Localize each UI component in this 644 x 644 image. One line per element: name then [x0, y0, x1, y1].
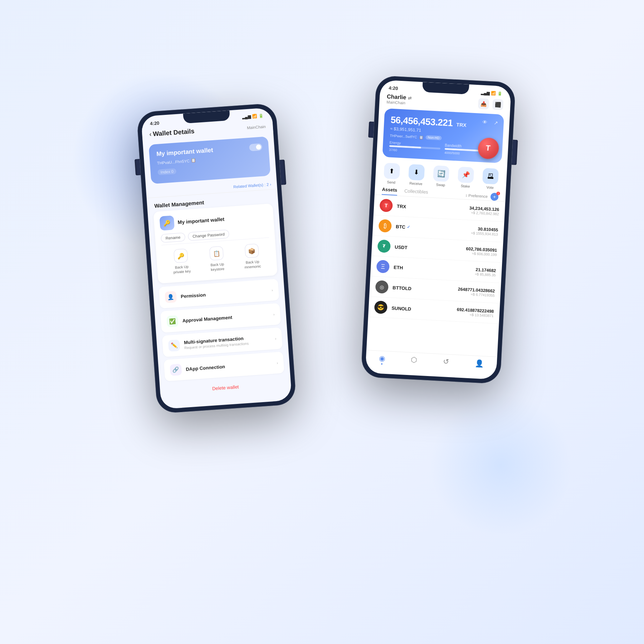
phone-right-screen: 4:20 ▂▄▆ 📶 🔋 Charlie ⇄: [365, 80, 511, 380]
nav-assets[interactable]: ◉: [379, 354, 385, 365]
approval-text: Approval Management: [182, 312, 269, 323]
eth-icon: Ξ: [376, 260, 390, 273]
private-key-icon: 🔑: [174, 249, 188, 263]
nav-profile-icon: 👤: [475, 359, 484, 368]
dapp-text: DApp Connection: [186, 360, 273, 372]
wifi-icon: 📶: [252, 114, 257, 119]
asset-list: T TRX 34,234,453.126 ≈$ 2,760,842.982 ₿ …: [366, 195, 505, 357]
rename-button[interactable]: Rename: [161, 233, 185, 243]
management-wallet-name: My important wallet: [177, 213, 268, 225]
wallet-management-icon: 🔑: [159, 215, 175, 231]
receive-icon: ⬇: [408, 164, 425, 180]
card-address-text: THPwer...5wtfYC: [390, 133, 417, 139]
tab-assets[interactable]: Assets: [382, 187, 397, 196]
add-asset-button[interactable]: + 1: [490, 192, 498, 201]
keystore-icon: 📋: [209, 246, 224, 261]
wallet-name-row: 🔑 My important wallet: [159, 209, 268, 231]
mnemonic-icon: 📦: [244, 244, 259, 258]
multisig-chevron: ›: [275, 336, 276, 340]
vote-icon: 🗳: [482, 168, 499, 184]
usdt-icon: ₮: [377, 239, 391, 253]
tab-collectibles[interactable]: Collectibles: [404, 188, 428, 197]
stake-label: Stake: [461, 184, 470, 188]
phone-left-screen: 4:20 ▂▄▆ 📶 🔋 ‹ Wallet Details MainChain: [141, 107, 292, 409]
battery-icon: 🔋: [258, 113, 264, 118]
energy-resource: Energy 37/60: [389, 141, 440, 154]
stake-icon: 📌: [458, 167, 474, 183]
dapp-label: DApp Connection: [186, 360, 273, 372]
header-icons: 📥 ⬛: [478, 98, 503, 110]
receive-action[interactable]: ⬇ Receive: [408, 164, 425, 186]
receive-header-button[interactable]: 📥: [478, 98, 489, 109]
wallet-card: My important wallet THPvaU...Fhn5YC 📋 In…: [148, 136, 270, 184]
btc-icon: ₿: [378, 219, 392, 233]
address-text: THPvaU...Fhn5YC: [157, 158, 190, 165]
approval-icon: ✅: [166, 315, 179, 327]
nav-collectibles[interactable]: ⬡: [411, 356, 418, 367]
multisig-text: Multi-signature transaction Request or p…: [184, 334, 271, 350]
btt-name: BTTOLD: [392, 285, 454, 293]
sun-values: 692.418878222498 ≈$ 13.5483871: [457, 307, 494, 318]
wallet-toggle[interactable]: [249, 143, 262, 151]
nav-collectibles-icon: ⬡: [411, 356, 417, 365]
right-time: 4:20: [389, 85, 398, 91]
mnemonic-label: Back Upmnemonic: [244, 259, 261, 269]
non-hd-badge: Non-HD: [425, 135, 441, 140]
scan-button[interactable]: ⬛: [492, 99, 504, 110]
trx-name: TRX: [397, 203, 465, 212]
balance-card: 56,456,453.221 TRX ≈ $3,951,951.71 THPwe…: [382, 108, 504, 163]
dapp-chevron: ›: [277, 361, 278, 365]
nav-history[interactable]: ↺: [443, 357, 449, 368]
management-card: 🔑 My important wallet Rename Change Pass…: [153, 204, 278, 284]
trx-icon: T: [379, 199, 393, 212]
swap-action[interactable]: 🔄 Swap: [433, 165, 449, 187]
private-key-label: Back Upprivate key: [173, 264, 191, 274]
btt-values: 2648771.04328662 ≈$ 6.77419355: [458, 287, 495, 297]
back-button[interactable]: ‹ Wallet Details: [149, 127, 195, 138]
preference-button[interactable]: ↕ Preference: [465, 193, 488, 198]
back-arrow-icon: ‹: [149, 131, 152, 138]
send-action[interactable]: ⬆ Send: [383, 163, 400, 185]
swap-label: Swap: [436, 183, 445, 187]
related-label: Related Wallet(s) :: [233, 182, 267, 189]
multisig-icon: ✏️: [168, 340, 180, 352]
usdt-values: 602,786.035091 ≈$ 606,000.199: [466, 246, 497, 257]
backup-keystore[interactable]: 📋 Back Upkeystore: [209, 246, 225, 272]
btc-name: BTC ✓: [396, 224, 467, 233]
btc-values: 30.810455 ≈$ 1555,934.813: [471, 226, 498, 236]
receive-label: Receive: [409, 181, 423, 186]
send-label: Send: [387, 180, 395, 184]
approval-label: Approval Management: [182, 312, 269, 323]
keystore-label: Back Upkeystore: [210, 262, 225, 272]
nav-assets-dot: [381, 363, 382, 365]
wallet-index: Index 0: [157, 168, 176, 175]
approval-chevron: ›: [273, 312, 275, 316]
user-info: Charlie ⇄ MainChain: [386, 93, 411, 106]
related-arrow: ›: [270, 182, 272, 186]
swap-icon: 🔄: [433, 165, 449, 182]
sun-name: SUNOLD: [391, 305, 453, 314]
phones-container: 4:20 ▂▄▆ 📶 🔋 ‹ Wallet Details MainChain: [125, 72, 519, 572]
nav-profile[interactable]: 👤: [474, 359, 484, 370]
stake-action[interactable]: 📌 Stake: [457, 167, 474, 189]
change-password-button[interactable]: Change Password: [187, 229, 229, 241]
vote-action[interactable]: 🗳 Vote: [482, 168, 499, 190]
right-status-icons: ▂▄▆ 📶 🔋: [481, 91, 502, 96]
send-icon: ⬆: [384, 163, 400, 179]
visibility-icon[interactable]: 👁: [482, 119, 488, 125]
tab-right-controls: ↕ Preference + 1: [465, 191, 498, 201]
right-signal-icon: ▂▄▆: [481, 91, 489, 96]
copy-icon[interactable]: 📋: [191, 158, 196, 163]
phone-right: 4:20 ▂▄▆ 📶 🔋 Charlie ⇄: [361, 75, 516, 384]
copy-icon-card[interactable]: 📋: [419, 135, 424, 139]
expand-icon[interactable]: ↗: [493, 120, 498, 126]
backup-mnemonic[interactable]: 📦 Back Upmnemonic: [243, 244, 261, 270]
backup-row: 🔑 Back Upprivate key 📋 Back Upkeystore 📦…: [162, 240, 272, 278]
permission-icon: 👤: [165, 291, 177, 303]
btt-icon: ◎: [375, 280, 389, 294]
left-status-icons: ▂▄▆ 📶 🔋: [242, 113, 264, 119]
wallet-details-screen: ‹ Wallet Details MainChain My important …: [142, 119, 292, 405]
nav-history-icon: ↺: [443, 357, 449, 366]
trx-values: 34,234,453.126 ≈$ 2,760,842.982: [469, 205, 499, 216]
backup-private-key[interactable]: 🔑 Back Upprivate key: [172, 248, 191, 274]
